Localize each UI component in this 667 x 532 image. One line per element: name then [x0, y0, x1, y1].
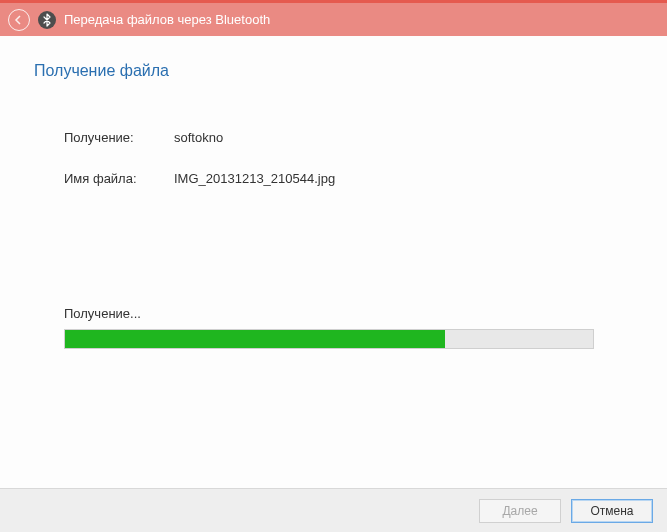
filename-label: Имя файла:: [64, 171, 174, 186]
receive-row: Получение: softokno: [34, 130, 633, 145]
content-area: Получение файла Получение: softokno Имя …: [0, 36, 667, 488]
receive-label: Получение:: [64, 130, 174, 145]
cancel-button[interactable]: Отмена: [571, 499, 653, 523]
bluetooth-icon: [38, 11, 56, 29]
progress-bar: [64, 329, 594, 349]
filename-value: IMG_20131213_210544.jpg: [174, 171, 335, 186]
footer: Далее Отмена: [0, 488, 667, 532]
filename-row: Имя файла: IMG_20131213_210544.jpg: [34, 171, 633, 186]
receive-value: softokno: [174, 130, 223, 145]
back-button[interactable]: [8, 9, 30, 31]
titlebar: Передача файлов через Bluetooth: [0, 0, 667, 36]
back-arrow-icon: [14, 15, 24, 25]
progress-label: Получение...: [64, 306, 633, 321]
window-title: Передача файлов через Bluetooth: [64, 12, 270, 27]
page-heading: Получение файла: [34, 62, 633, 80]
progress-fill: [65, 330, 445, 348]
progress-section: Получение...: [34, 306, 633, 349]
next-button: Далее: [479, 499, 561, 523]
